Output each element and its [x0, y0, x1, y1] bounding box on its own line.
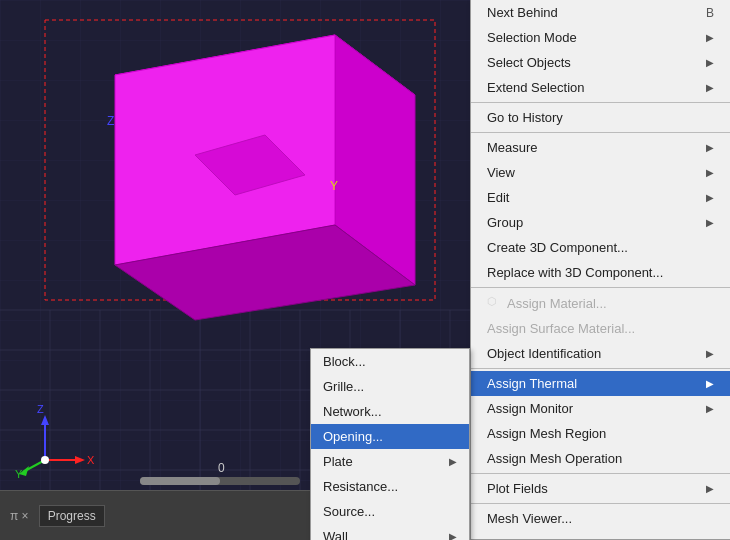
cm-item-select-objects[interactable]: Select Objects▶: [471, 50, 730, 75]
submenu-item-label: Plate: [323, 454, 353, 469]
cm-arrow-icon: ▶: [706, 167, 714, 178]
cm-item-label: Object Identification: [487, 346, 706, 361]
cm-item-label: Go to History: [487, 110, 714, 125]
cm-item-label: Extend Selection: [487, 80, 706, 95]
assign-material-icon: ⬡: [487, 295, 503, 311]
cm-separator: [471, 132, 730, 133]
cm-arrow-icon: ▶: [706, 217, 714, 228]
cm-item-assign-mesh-operation[interactable]: Assign Mesh Operation: [471, 446, 730, 471]
cm-item-assign-monitor[interactable]: Assign Monitor▶: [471, 396, 730, 421]
cm-item-assign-thermal[interactable]: Assign Thermal▶: [471, 371, 730, 396]
cm-item-extend-selection[interactable]: Extend Selection▶: [471, 75, 730, 100]
submenu-item-wall[interactable]: Wall▶: [311, 524, 469, 540]
cm-arrow-icon: ▶: [706, 142, 714, 153]
svg-text:X: X: [87, 454, 95, 466]
cm-item-copy-image[interactable]: Copy Image: [471, 531, 730, 540]
cm-item-label: Select Objects: [487, 55, 706, 70]
cm-item-object-identification[interactable]: Object Identification▶: [471, 341, 730, 366]
cm-item-label: Assign Material...: [507, 296, 714, 311]
cm-separator: [471, 102, 730, 103]
cm-item-assign-surface-material---: Assign Surface Material...: [471, 316, 730, 341]
svg-point-33: [41, 456, 49, 464]
submenu-item-network---[interactable]: Network...: [311, 399, 469, 424]
pin-symbol: π ×: [10, 509, 29, 523]
cm-arrow-icon: ▶: [706, 348, 714, 359]
3d-cube: Y Z: [35, 15, 435, 325]
assign-thermal-submenu: Block...Grille...Network...Opening...Pla…: [310, 348, 470, 540]
slider-bar[interactable]: [140, 477, 300, 485]
cm-shortcut-label: B: [706, 6, 714, 20]
cm-arrow-icon: ▶: [706, 32, 714, 43]
context-menu: Next BehindBSelection Mode▶Select Object…: [470, 0, 730, 540]
cm-arrow-icon: ▶: [706, 192, 714, 203]
cm-separator: [471, 368, 730, 369]
cm-item-assign-mesh-region[interactable]: Assign Mesh Region: [471, 421, 730, 446]
svg-text:Y: Y: [330, 179, 338, 193]
svg-text:Z: Z: [107, 114, 114, 128]
cm-item-label: View: [487, 165, 706, 180]
cm-item-label: Assign Surface Material...: [487, 321, 714, 336]
cm-item-label: Assign Thermal: [487, 376, 706, 391]
cm-item-label: Assign Monitor: [487, 401, 706, 416]
cm-item-plot-fields[interactable]: Plot Fields▶: [471, 476, 730, 501]
cm-item-label: Assign Mesh Operation: [487, 451, 714, 466]
cm-item-assign-material---: ⬡Assign Material...: [471, 290, 730, 316]
arrow-right-icon: ▶: [449, 456, 457, 467]
submenu-item-block---[interactable]: Block...: [311, 349, 469, 374]
svg-marker-28: [75, 456, 85, 464]
cm-arrow-icon: ▶: [706, 57, 714, 68]
cm-item-mesh-viewer---[interactable]: Mesh Viewer...: [471, 506, 730, 531]
submenu-item-label: Block...: [323, 354, 366, 369]
submenu-item-label: Grille...: [323, 379, 364, 394]
zero-label: 0: [218, 461, 225, 475]
submenu-item-source---[interactable]: Source...: [311, 499, 469, 524]
cm-item-label: Measure: [487, 140, 706, 155]
svg-marker-25: [41, 415, 49, 425]
cm-item-label: Selection Mode: [487, 30, 706, 45]
submenu-item-label: Opening...: [323, 429, 383, 444]
cm-arrow-icon: ▶: [706, 378, 714, 389]
cm-item-edit[interactable]: Edit▶: [471, 185, 730, 210]
cm-item-label: Assign Mesh Region: [487, 426, 714, 441]
submenu-item-label: Wall: [323, 529, 348, 540]
cm-item-measure[interactable]: Measure▶: [471, 135, 730, 160]
cm-separator: [471, 287, 730, 288]
submenu-item-label: Network...: [323, 404, 382, 419]
submenu-item-grille---[interactable]: Grille...: [311, 374, 469, 399]
cm-item-label: Next Behind: [487, 5, 686, 20]
cm-arrow-icon: ▶: [706, 483, 714, 494]
cm-item-label: Edit: [487, 190, 706, 205]
submenu-item-opening---[interactable]: Opening...: [311, 424, 469, 449]
cm-arrow-icon: ▶: [706, 82, 714, 93]
cm-item-replace-with-3d-component---[interactable]: Replace with 3D Component...: [471, 260, 730, 285]
submenu-item-label: Resistance...: [323, 479, 398, 494]
arrow-right-icon: ▶: [449, 531, 457, 540]
cm-separator: [471, 503, 730, 504]
axis-indicator: Z X Y: [15, 400, 95, 480]
svg-text:Z: Z: [37, 403, 44, 415]
cm-item-create-3d-component---[interactable]: Create 3D Component...: [471, 235, 730, 260]
progress-label: Progress: [39, 505, 105, 527]
cm-item-label: Replace with 3D Component...: [487, 265, 714, 280]
cm-item-view[interactable]: View▶: [471, 160, 730, 185]
cm-item-selection-mode[interactable]: Selection Mode▶: [471, 25, 730, 50]
cm-item-label: Copy Image: [487, 536, 714, 540]
cm-item-go-to-history[interactable]: Go to History: [471, 105, 730, 130]
cm-item-group[interactable]: Group▶: [471, 210, 730, 235]
cm-arrow-icon: ▶: [706, 403, 714, 414]
submenu-item-label: Source...: [323, 504, 375, 519]
cm-item-next-behind[interactable]: Next BehindB: [471, 0, 730, 25]
submenu-item-resistance---[interactable]: Resistance...: [311, 474, 469, 499]
cm-item-label: Group: [487, 215, 706, 230]
cm-item-label: Mesh Viewer...: [487, 511, 714, 526]
cm-separator: [471, 473, 730, 474]
cm-item-label: Plot Fields: [487, 481, 706, 496]
submenu-item-plate[interactable]: Plate▶: [311, 449, 469, 474]
svg-text:Y: Y: [15, 468, 23, 480]
cm-item-label: Create 3D Component...: [487, 240, 714, 255]
